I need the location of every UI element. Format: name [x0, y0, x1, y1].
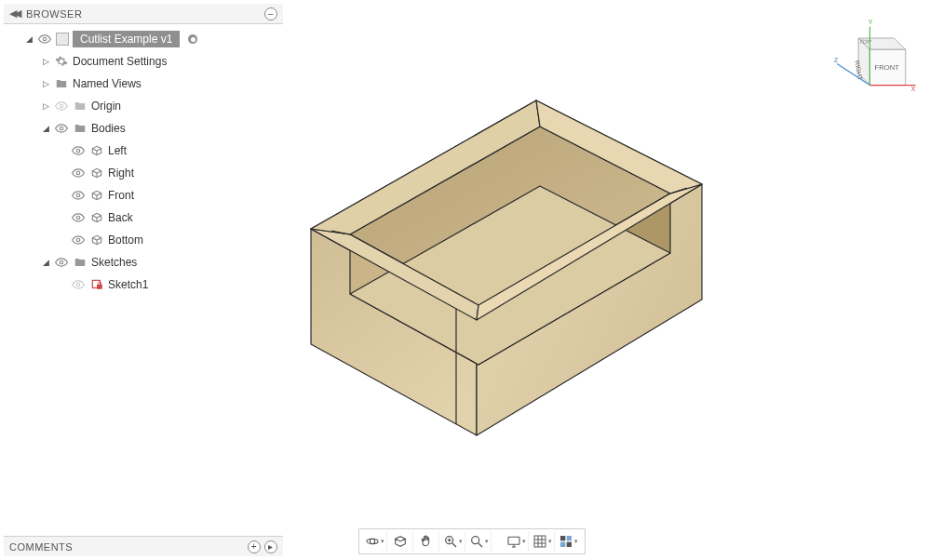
- body-icon: [89, 143, 104, 158]
- svg-rect-52: [567, 536, 572, 540]
- tree-item-body-back[interactable]: Back: [4, 207, 283, 229]
- orbit-button[interactable]: ▾: [363, 531, 387, 552]
- visibility-toggle[interactable]: [37, 32, 52, 47]
- body-icon: [89, 188, 104, 203]
- visibility-toggle[interactable]: [71, 166, 86, 180]
- svg-rect-46: [534, 536, 546, 547]
- lookat-button[interactable]: [389, 531, 413, 552]
- svg-point-32: [76, 283, 80, 287]
- svg-line-13: [670, 188, 687, 193]
- tree-root[interactable]: Cutlist Example v1: [4, 28, 283, 50]
- visibility-toggle[interactable]: [71, 277, 86, 292]
- svg-text:Y: Y: [869, 19, 873, 25]
- tree-root-label: Cutlist Example v1: [73, 31, 180, 47]
- svg-point-29: [76, 216, 80, 220]
- visibility-toggle[interactable]: [71, 143, 86, 158]
- browser-panel: ◀◀ BROWSER – Cutlist Example v1 Document…: [4, 4, 283, 303]
- svg-line-42: [478, 543, 482, 547]
- svg-point-41: [471, 537, 478, 544]
- add-comment-button[interactable]: +: [248, 540, 261, 553]
- tree-item-label: Document Settings: [73, 55, 167, 68]
- gear-icon: [54, 54, 69, 69]
- comments-panel-header[interactable]: COMMENTS + ▸: [4, 536, 283, 556]
- svg-point-30: [76, 238, 80, 242]
- tree-item-label: Bodies: [91, 122, 126, 135]
- tree-item-bodies[interactable]: Bodies: [4, 117, 283, 140]
- tree-item-body-bottom[interactable]: Bottom: [4, 229, 283, 251]
- visibility-toggle[interactable]: [54, 121, 69, 136]
- viewcube[interactable]: TOP FRONT RIGHT Y X Z: [831, 17, 917, 102]
- tree-item-sketch1[interactable]: Sketch1: [4, 273, 283, 296]
- visibility-toggle[interactable]: [54, 99, 69, 113]
- component-icon: [56, 33, 69, 46]
- tree-item-label: Origin: [91, 100, 121, 113]
- svg-marker-8: [477, 184, 702, 320]
- fit-button[interactable]: ▾: [467, 531, 492, 552]
- tree-item-body-front[interactable]: Front: [4, 184, 283, 207]
- svg-point-27: [76, 171, 80, 175]
- body-icon: [89, 233, 104, 247]
- expand-toggle[interactable]: [41, 258, 50, 267]
- expand-comments-button[interactable]: ▸: [264, 540, 277, 553]
- viewports-button[interactable]: ▾: [557, 531, 581, 552]
- svg-marker-5: [478, 193, 670, 365]
- svg-point-31: [60, 260, 63, 264]
- zoom-button[interactable]: ▾: [441, 531, 465, 552]
- tree-item-origin[interactable]: Origin: [4, 95, 283, 117]
- sketch-locked-icon: [89, 277, 104, 292]
- svg-point-26: [76, 149, 80, 153]
- collapse-left-icon[interactable]: ◀◀: [9, 7, 19, 20]
- tree-item-label: Back: [108, 211, 133, 224]
- expand-toggle[interactable]: [41, 124, 50, 133]
- svg-point-35: [370, 539, 374, 543]
- folder-icon: [73, 121, 88, 136]
- display-settings-button[interactable]: ▾: [505, 531, 529, 552]
- svg-marker-4: [350, 234, 478, 365]
- body-icon: [89, 210, 104, 225]
- svg-marker-0: [311, 229, 477, 435]
- svg-marker-7: [311, 229, 478, 320]
- tree-item-label: Bottom: [108, 233, 143, 247]
- tree-item-body-right[interactable]: Right: [4, 162, 283, 184]
- view-toolbar: ▾ ▾ ▾ ▾ ▾ ▾: [358, 528, 586, 554]
- tree-item-named-views[interactable]: Named Views: [4, 73, 283, 95]
- svg-rect-54: [567, 542, 572, 547]
- folder-icon: [73, 99, 88, 113]
- tree-item-label: Sketch1: [108, 278, 148, 291]
- svg-text:X: X: [911, 86, 916, 92]
- svg-marker-9: [311, 100, 540, 234]
- viewcube-front-label: FRONT: [875, 63, 900, 72]
- minimize-panel-button[interactable]: –: [264, 7, 277, 20]
- tree-item-label: Named Views: [73, 77, 141, 90]
- svg-text:Z: Z: [834, 57, 838, 63]
- comments-title: COMMENTS: [9, 541, 73, 553]
- visibility-toggle[interactable]: [71, 233, 86, 247]
- visibility-toggle[interactable]: [54, 255, 69, 270]
- svg-marker-2: [311, 100, 702, 320]
- expand-toggle[interactable]: [41, 79, 50, 88]
- browser-tree: Cutlist Example v1 Document Settings Nam…: [4, 24, 283, 303]
- svg-point-36: [367, 539, 378, 543]
- folder-icon: [54, 76, 69, 91]
- svg-rect-34: [97, 285, 102, 289]
- svg-rect-51: [560, 536, 565, 540]
- tree-item-label: Right: [108, 167, 134, 180]
- grid-settings-button[interactable]: ▾: [531, 531, 555, 552]
- active-component-radio[interactable]: [187, 33, 198, 45]
- tree-item-sketches[interactable]: Sketches: [4, 251, 283, 273]
- pan-button[interactable]: [415, 531, 439, 552]
- visibility-toggle[interactable]: [71, 210, 86, 225]
- expand-toggle[interactable]: [41, 57, 50, 66]
- tree-item-body-left[interactable]: Left: [4, 140, 283, 162]
- tree-item-label: Left: [108, 144, 127, 157]
- tree-item-label: Sketches: [91, 256, 137, 269]
- expand-toggle[interactable]: [41, 101, 50, 111]
- tree-item-document-settings[interactable]: Document Settings: [4, 50, 283, 73]
- svg-point-24: [60, 104, 63, 108]
- expand-toggle[interactable]: [24, 34, 34, 44]
- svg-marker-1: [477, 184, 702, 435]
- svg-line-38: [452, 543, 456, 547]
- svg-marker-10: [536, 100, 702, 193]
- visibility-toggle[interactable]: [71, 188, 86, 203]
- browser-header[interactable]: ◀◀ BROWSER –: [4, 4, 283, 24]
